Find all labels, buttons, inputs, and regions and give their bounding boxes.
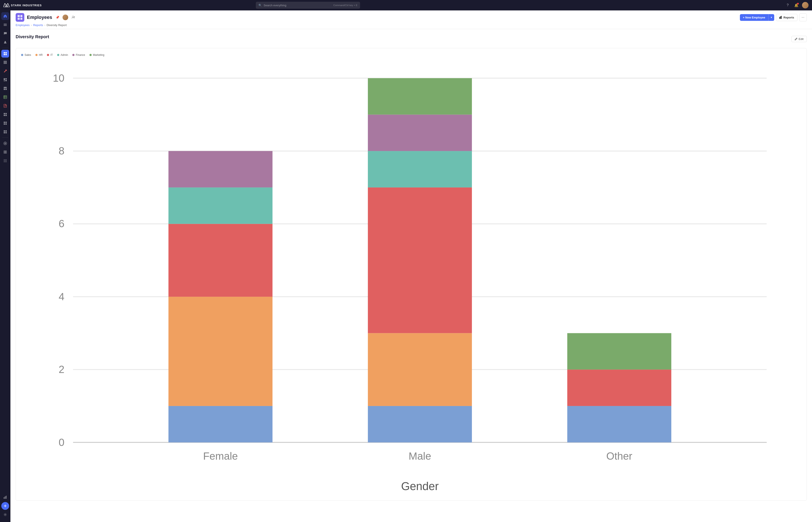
legend-item-hr: HR <box>35 54 43 57</box>
y-axis-label: 8 <box>59 145 64 157</box>
svg-point-56 <box>6 161 7 161</box>
app-icon-cell <box>20 18 23 20</box>
sidebar-item-chat[interactable] <box>1 29 9 37</box>
bar-segment-it <box>567 369 671 406</box>
topbar: STARK INDUSTRIES 🔍 Command/Ctrl key + E … <box>0 0 812 11</box>
legend-label-hr: HR <box>39 54 43 57</box>
main-layout: Employees 📌 + New Employee ▾ <box>0 11 812 522</box>
breadcrumb-employees[interactable]: Employees <box>16 23 29 27</box>
svg-rect-8 <box>4 54 5 55</box>
svg-rect-34 <box>4 115 5 116</box>
sidebar-item-chart[interactable] <box>1 493 9 501</box>
svg-rect-12 <box>6 61 7 62</box>
search-bar[interactable]: 🔍 Command/Ctrl key + E <box>256 2 360 9</box>
legend-label-it: IT <box>50 54 53 57</box>
svg-rect-15 <box>6 62 7 63</box>
x-axis-label: Male <box>409 450 431 462</box>
legend-item-finance: Finance <box>72 54 85 57</box>
sidebar-item-settings[interactable] <box>1 511 9 519</box>
svg-rect-3 <box>4 24 7 25</box>
notifications-icon[interactable]: 🔔 <box>793 2 799 8</box>
sidebar-item-grid4[interactable] <box>1 128 9 136</box>
svg-point-52 <box>5 159 6 160</box>
x-axis-label: Female <box>203 450 238 462</box>
edit-label: Edit <box>799 37 804 41</box>
help-icon[interactable]: ? <box>785 2 791 8</box>
sidebar-item-doc[interactable] <box>1 102 9 110</box>
svg-rect-21 <box>5 80 7 81</box>
svg-rect-2 <box>4 24 7 24</box>
sidebar-item-menu[interactable] <box>1 21 9 29</box>
sidebar-item-table[interactable] <box>1 93 9 101</box>
bar-segment-finance <box>168 151 272 187</box>
svg-point-57 <box>4 162 4 162</box>
search-shortcut: Command/Ctrl key + E <box>333 4 358 6</box>
sidebar-item-home[interactable] <box>1 12 9 20</box>
sidebar-item-frame[interactable] <box>1 148 9 156</box>
svg-rect-35 <box>5 115 7 116</box>
reports-label: Reports <box>784 16 794 19</box>
sidebar-item-layout[interactable] <box>1 84 9 92</box>
bar-segment-hr <box>168 297 272 406</box>
svg-rect-24 <box>4 88 5 90</box>
svg-point-65 <box>5 514 6 515</box>
sidebar-item-grid3[interactable] <box>1 119 9 127</box>
sidebar-item-contacts[interactable] <box>1 38 9 46</box>
sidebar-item-grid2[interactable] <box>1 111 9 118</box>
logo-icon <box>3 3 9 7</box>
svg-rect-40 <box>4 130 5 132</box>
header-avatar[interactable] <box>63 15 68 20</box>
svg-point-53 <box>6 159 7 160</box>
legend-item-it: IT <box>47 54 53 57</box>
sidebar-item-apps[interactable] <box>1 50 9 58</box>
sidebar-item-grid[interactable] <box>1 58 9 66</box>
search-input[interactable] <box>264 4 332 7</box>
breadcrumb-current: Diversity Report <box>47 23 67 27</box>
svg-rect-13 <box>4 62 4 63</box>
new-employee-button[interactable]: + New Employee <box>740 14 768 21</box>
pin-icon[interactable]: 📌 <box>55 15 60 20</box>
legend-label-finance: Finance <box>76 54 85 57</box>
user-avatar[interactable] <box>802 2 809 8</box>
svg-rect-14 <box>5 62 6 63</box>
bar-segment-marketing <box>368 78 472 115</box>
sidebar-item-dots[interactable] <box>1 157 9 165</box>
sidebar-item-blocks[interactable] <box>1 76 9 84</box>
svg-point-55 <box>5 161 6 161</box>
chart-svg-wrapper: 0246810FemaleMaleOtherGender <box>21 61 801 495</box>
legend-dot-hr <box>35 54 38 56</box>
new-employee-dropdown[interactable]: ▾ <box>768 14 774 21</box>
svg-rect-37 <box>5 122 7 123</box>
svg-rect-10 <box>4 61 4 62</box>
breadcrumb-reports[interactable]: Reports <box>33 23 43 27</box>
app-icon <box>16 13 24 22</box>
report-title: Diversity Report <box>16 34 49 39</box>
breadcrumb-sep-2: › <box>44 23 45 27</box>
y-axis-label: 0 <box>59 437 64 448</box>
sidebar-item-add[interactable] <box>1 502 9 510</box>
svg-rect-33 <box>5 113 7 114</box>
reports-button[interactable]: Reports <box>776 14 797 21</box>
breadcrumb-sep-1: › <box>31 23 32 27</box>
page-title: Employees <box>27 15 52 20</box>
y-axis-label: 2 <box>59 364 64 375</box>
sidebar-divider-1 <box>2 48 8 48</box>
breadcrumb: Employees › Reports › Diversity Report <box>16 23 807 29</box>
svg-point-54 <box>4 161 4 161</box>
edit-button[interactable]: Edit <box>791 36 807 42</box>
svg-rect-11 <box>5 61 6 62</box>
more-icon: ··· <box>801 16 805 19</box>
legend-label-sales: Sales <box>24 54 31 57</box>
report-header: Diversity Report Edit <box>16 34 807 44</box>
svg-rect-25 <box>5 88 7 90</box>
bar-segment-sales <box>567 406 671 442</box>
sidebar-item-tools[interactable] <box>1 67 9 75</box>
add-person-icon[interactable] <box>71 15 76 20</box>
legend-dot-finance <box>72 54 75 56</box>
legend-item-admin: Admin <box>57 54 68 57</box>
more-options-button[interactable]: ··· <box>799 14 807 21</box>
svg-rect-26 <box>4 96 7 99</box>
svg-rect-41 <box>5 130 7 132</box>
sidebar-item-target[interactable] <box>1 139 9 147</box>
chart-container: SalesHRITAdminFinanceMarketing 0246810Fe… <box>16 48 807 501</box>
